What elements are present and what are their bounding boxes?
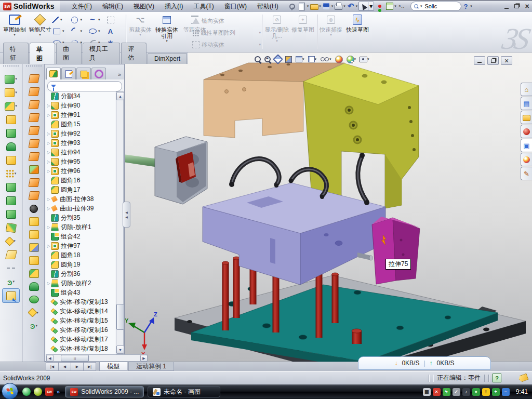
help-button[interactable]: ? <box>462 3 469 10</box>
tree-item[interactable]: 实体-移动/复制14 <box>46 307 115 316</box>
zoom-fit-button[interactable] <box>254 54 262 64</box>
tree-item[interactable]: 圆角15 <box>46 119 115 129</box>
boundary-surface-button[interactable] <box>23 124 45 137</box>
expand-icon[interactable]: ▷ <box>46 197 51 202</box>
tab-model[interactable]: 模型 <box>99 362 127 371</box>
prev-frame-button[interactable]: ◀ <box>58 362 71 371</box>
tree-item[interactable]: ▷拉伸97 <box>46 241 115 250</box>
toolbox-tab[interactable] <box>521 125 532 138</box>
taskbar-task[interactable]: SWSolidWorks 2009 - ... <box>65 386 144 397</box>
dropdown-icon[interactable]: ▾ <box>307 4 309 8</box>
reference-axis-button[interactable] <box>0 261 22 275</box>
window-close-button[interactable] <box>522 3 532 10</box>
revolved-surface-button[interactable] <box>23 85 45 98</box>
sketch-button[interactable]: 草图绘制▾ <box>2 14 27 36</box>
doc-close-button[interactable] <box>501 56 512 65</box>
curve-button[interactable]: ▾ <box>0 275 22 288</box>
reference-point-button[interactable]: ▾ <box>23 306 45 319</box>
quick-launch-more-icon[interactable]: » <box>57 389 60 395</box>
dropdown-icon[interactable]: ▾ <box>60 18 62 22</box>
dropdown-icon[interactable]: ▾ <box>15 104 17 108</box>
smart-dimension-button[interactable]: 智能尺寸▾ <box>28 14 52 36</box>
sync-blocked-icon[interactable]: − <box>502 388 510 396</box>
dropdown-icon[interactable]: ▾ <box>354 57 356 61</box>
featuremanager-tab[interactable] <box>46 68 61 79</box>
ellipse-icon[interactable] <box>88 27 97 35</box>
new-document-icon[interactable] <box>298 2 307 10</box>
taskbar-clock[interactable]: 9:41 <box>516 388 532 395</box>
toolbar-grip[interactable] <box>26 65 42 70</box>
swept-boss-button[interactable] <box>0 113 22 126</box>
tree-item[interactable]: ▷拉伸94 <box>46 148 115 157</box>
extend-surface-button[interactable] <box>23 163 45 176</box>
tree-item[interactable]: ▷拉伸90 <box>46 101 115 110</box>
next-frame-button[interactable]: ▶ <box>71 362 83 371</box>
dropdown-icon[interactable]: ▾ <box>15 171 17 176</box>
previous-view-button[interactable] <box>273 54 283 64</box>
dome-button[interactable] <box>23 280 45 293</box>
dropdown-icon[interactable]: ▾ <box>329 57 331 61</box>
split-button[interactable] <box>0 194 22 207</box>
solidworks-quicklaunch-icon[interactable]: SW <box>45 388 54 396</box>
doc-restore-button[interactable] <box>487 56 499 65</box>
circle-icon[interactable] <box>70 16 79 24</box>
hide-show-items-button[interactable]: ▾ <box>319 54 332 64</box>
scroll-thumb[interactable] <box>116 304 124 330</box>
menu-item[interactable]: 编辑(E) <box>98 1 128 12</box>
combine-button[interactable] <box>0 207 22 221</box>
search-input[interactable] <box>423 3 458 10</box>
linear-pattern-button[interactable]: ▾ <box>0 167 22 180</box>
dropdown-icon[interactable]: ▾ <box>15 90 17 95</box>
expand-icon[interactable]: ▷ <box>46 141 51 145</box>
view-palette-tab[interactable]: ▣ <box>521 139 532 152</box>
rapid-sketch-button[interactable]: 快速草图 <box>345 14 370 33</box>
dropdown-icon[interactable]: ▾ <box>62 29 64 33</box>
command-tab-评估[interactable]: 评估 <box>121 43 147 64</box>
display-delete-relations-button[interactable]: ⊘ 显示/删除几...▾ <box>264 14 290 43</box>
rectangle-icon[interactable] <box>52 27 61 35</box>
tab-motion-study[interactable]: 运动算例 1 <box>128 362 174 371</box>
dimxpertmanager-tab[interactable] <box>91 68 106 79</box>
solidworks-resources-tab[interactable]: ⌂ <box>521 83 532 96</box>
window-restore-button[interactable] <box>512 3 522 10</box>
menu-item[interactable]: 窗口(W) <box>220 1 251 12</box>
toolbar-grip[interactable] <box>3 65 19 70</box>
dropdown-icon[interactable]: ▾ <box>315 57 317 61</box>
tree-item[interactable]: 组合42 <box>46 232 115 241</box>
tree-item[interactable]: 圆角17 <box>46 185 115 194</box>
dropdown-icon[interactable]: ▾ <box>343 4 345 8</box>
shape-button[interactable] <box>23 293 45 306</box>
appearances-tab[interactable] <box>521 153 532 166</box>
shield-protect-icon[interactable]: ϟ <box>443 388 450 396</box>
scroll-left-icon[interactable]: ◀ <box>46 355 54 362</box>
undo-icon[interactable] <box>347 2 355 10</box>
tree-item[interactable]: ▷切除-放样1 <box>46 222 115 232</box>
command-tab-模具工具[interactable]: 模具工具 <box>83 43 120 64</box>
view-orientation-button[interactable]: ▾ <box>295 54 305 64</box>
spline-icon[interactable] <box>88 16 97 24</box>
command-tab-特征[interactable]: 特征 <box>3 43 29 64</box>
menu-item[interactable]: 文件(F) <box>67 1 97 12</box>
quick-tips-icon[interactable]: ? <box>493 374 501 382</box>
repair-sketch-button[interactable]: + 修复草图 <box>291 14 315 33</box>
edit-appearance-button[interactable] <box>334 54 344 64</box>
toolbar-pin-icon[interactable] <box>288 2 297 10</box>
dropdown-icon[interactable]: ▾ <box>367 57 369 61</box>
design-library-tab[interactable]: ▤ <box>521 97 532 110</box>
extruded-cut-button[interactable]: ▾ <box>0 86 22 99</box>
tree-item[interactable]: 组合43 <box>46 288 115 297</box>
wireless-warning-icon[interactable]: ! <box>482 388 490 396</box>
curve-button[interactable]: ▾ <box>23 319 45 332</box>
custom-properties-tab[interactable]: ✎ <box>521 167 532 180</box>
scroll-down-icon[interactable]: ▼ <box>116 345 124 354</box>
tree-item[interactable]: 实体-移动/复制17 <box>46 335 115 344</box>
command-tab-DimXpert[interactable]: DimXpert <box>148 53 187 64</box>
command-tab-草图[interactable]: 草图 <box>30 43 55 64</box>
tree-item[interactable]: ▷曲面-拉伸38 <box>46 194 115 204</box>
traffic-light-icon[interactable] <box>375 2 384 10</box>
display-style-button[interactable]: ▾ <box>307 54 318 64</box>
tree-item[interactable]: 圆角16 <box>46 176 115 185</box>
dropdown-icon[interactable]: ▾ <box>81 29 83 33</box>
offset-surface-button[interactable] <box>23 137 45 150</box>
dropdown-icon[interactable]: ▾ <box>331 4 334 8</box>
